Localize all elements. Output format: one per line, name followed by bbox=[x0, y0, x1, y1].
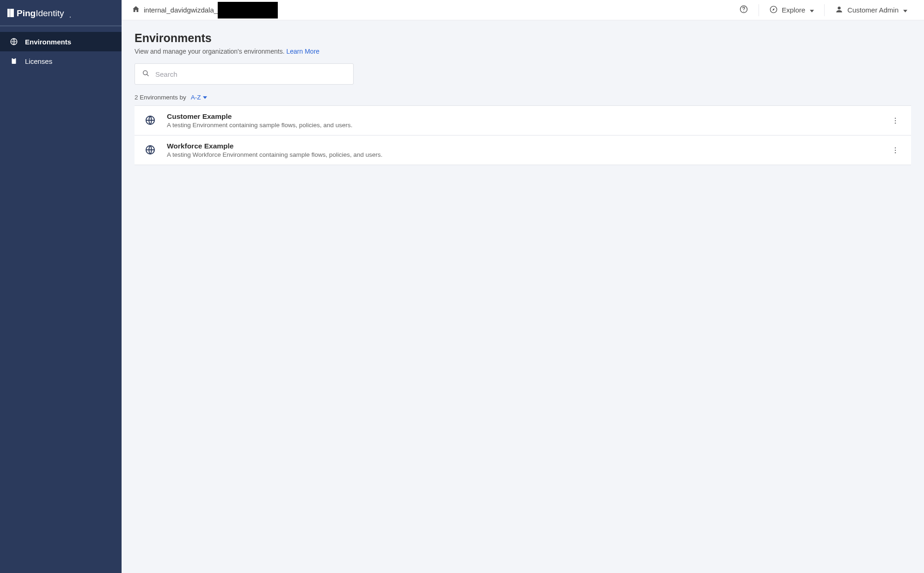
svg-point-19 bbox=[895, 152, 896, 153]
environment-name: Workforce Example bbox=[167, 142, 880, 150]
svg-point-18 bbox=[895, 149, 896, 150]
help-button[interactable] bbox=[729, 0, 759, 20]
account-dropdown[interactable]: Customer Admin bbox=[825, 0, 918, 20]
page-title: Environments bbox=[135, 31, 911, 45]
explore-dropdown[interactable]: Explore bbox=[759, 0, 824, 20]
svg-point-10 bbox=[838, 6, 840, 9]
breadcrumb[interactable]: internal_davidgwizdala_ bbox=[132, 5, 218, 15]
count-label: 2 Environments by bbox=[135, 94, 186, 101]
breadcrumb-redacted bbox=[218, 2, 278, 18]
sort-dropdown[interactable]: A-Z bbox=[191, 94, 207, 101]
sidebar-nav: Environments Licenses bbox=[0, 26, 122, 71]
globe-icon bbox=[145, 115, 157, 127]
svg-point-11 bbox=[143, 71, 147, 75]
row-more-button[interactable] bbox=[890, 145, 901, 156]
list-meta: 2 Environments by A-Z bbox=[135, 94, 911, 101]
sidebar-item-label: Environments bbox=[25, 38, 71, 46]
svg-text:PingIdentity: PingIdentity bbox=[17, 8, 64, 18]
compass-icon bbox=[769, 5, 778, 15]
account-label: Customer Admin bbox=[847, 6, 899, 14]
caret-down-icon bbox=[203, 96, 207, 99]
home-icon bbox=[132, 5, 140, 15]
user-icon bbox=[835, 5, 844, 15]
clipboard-icon bbox=[9, 56, 18, 66]
svg-rect-6 bbox=[13, 58, 15, 59]
svg-point-13 bbox=[895, 117, 896, 118]
brand-logo[interactable]: PingIdentity bbox=[0, 0, 122, 26]
svg-point-17 bbox=[895, 147, 896, 148]
search-icon bbox=[141, 69, 150, 79]
svg-rect-1 bbox=[9, 9, 11, 17]
globe-icon bbox=[145, 144, 157, 156]
more-vertical-icon bbox=[891, 146, 900, 154]
search-input[interactable] bbox=[155, 70, 347, 78]
more-vertical-icon bbox=[891, 117, 900, 125]
top-bar: internal_davidgwizdala_ Explore Customer… bbox=[122, 0, 924, 20]
search-box bbox=[135, 63, 354, 85]
sidebar-item-label: Licenses bbox=[25, 57, 52, 65]
environment-description: A testing Environment containing sample … bbox=[167, 122, 880, 129]
caret-down-icon bbox=[903, 6, 907, 14]
sidebar-item-environments[interactable]: Environments bbox=[0, 32, 122, 51]
svg-point-15 bbox=[895, 123, 896, 123]
sidebar-item-licenses[interactable]: Licenses bbox=[0, 51, 122, 71]
question-circle-icon bbox=[739, 5, 748, 15]
environment-description: A testing Workforce Environment containi… bbox=[167, 151, 880, 158]
svg-point-3 bbox=[70, 17, 71, 18]
environment-name: Customer Example bbox=[167, 112, 880, 121]
content-area: Environments View and manage your organi… bbox=[122, 20, 924, 573]
svg-rect-5 bbox=[12, 58, 16, 64]
environment-row[interactable]: Workforce Example A testing Workforce En… bbox=[135, 135, 911, 165]
svg-point-8 bbox=[744, 11, 745, 11]
sidebar: PingIdentity Environments Licenses bbox=[0, 0, 122, 573]
caret-down-icon bbox=[810, 6, 814, 14]
breadcrumb-text: internal_davidgwizdala_ bbox=[144, 6, 218, 14]
environments-list: Customer Example A testing Environment c… bbox=[135, 105, 911, 165]
environment-row[interactable]: Customer Example A testing Environment c… bbox=[135, 105, 911, 136]
globe-ring-icon bbox=[9, 37, 18, 46]
page-subtitle: View and manage your organization's envi… bbox=[135, 48, 911, 55]
explore-label: Explore bbox=[782, 6, 805, 14]
row-more-button[interactable] bbox=[890, 115, 901, 126]
learn-more-link[interactable]: Learn More bbox=[287, 48, 320, 55]
svg-point-14 bbox=[895, 120, 896, 121]
